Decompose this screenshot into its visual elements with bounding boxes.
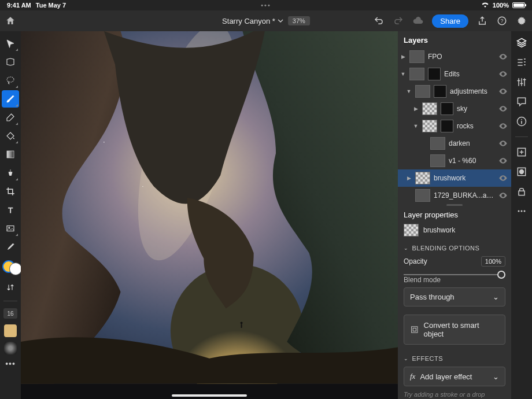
clone-stamp-tool[interactable] xyxy=(2,164,19,182)
layer-name[interactable]: darken xyxy=(449,139,495,147)
svg-point-35 xyxy=(521,210,523,212)
layer-row[interactable]: v1 - %60 xyxy=(398,152,511,169)
eraser-tool[interactable] xyxy=(2,109,19,126)
text-tool[interactable]: T xyxy=(2,201,19,219)
chevron-down-icon: ⌄ xyxy=(404,356,409,361)
svg-point-23 xyxy=(241,322,243,324)
layer-row[interactable]: ▼adjustments xyxy=(398,83,511,100)
svg-rect-29 xyxy=(521,121,522,124)
visibility-eye-icon[interactable] xyxy=(498,156,508,165)
transform-tool[interactable] xyxy=(2,53,19,71)
layer-name[interactable]: v1 - %60 xyxy=(449,157,495,165)
crop-tool[interactable] xyxy=(2,183,19,200)
eyedropper-tool[interactable] xyxy=(2,238,19,256)
color-swatches[interactable] xyxy=(2,259,19,278)
move-tool[interactable] xyxy=(2,35,19,52)
layer-mask-thumbnail[interactable] xyxy=(441,120,453,132)
layer-name[interactable]: Edits xyxy=(444,70,495,78)
share-button[interactable]: Share xyxy=(432,14,468,28)
canvas[interactable] xyxy=(21,31,398,399)
visibility-eye-icon[interactable] xyxy=(498,104,508,113)
brush-hardness-preview[interactable] xyxy=(4,342,17,354)
settings-gear-icon[interactable] xyxy=(516,15,527,27)
layer-mask-thumbnail[interactable] xyxy=(441,102,453,115)
svg-point-32 xyxy=(519,169,524,174)
blend-mode-dropdown[interactable]: Pass through ⌄ xyxy=(404,287,505,306)
disclosure-triangle-icon[interactable]: ▼ xyxy=(413,123,419,129)
layer-row[interactable]: 1729_BURKA...anced-NR33 xyxy=(398,187,511,204)
layer-name[interactable]: sky xyxy=(457,105,495,113)
background-color-swatch[interactable] xyxy=(9,263,22,275)
layer-row[interactable]: darken xyxy=(398,135,511,152)
mask-icon[interactable] xyxy=(515,165,529,179)
fill-tool[interactable] xyxy=(2,127,19,145)
layer-thumbnail[interactable] xyxy=(415,189,430,202)
ipad-home-indicator[interactable] xyxy=(172,394,247,397)
layer-row[interactable]: ▼Edits xyxy=(398,65,511,83)
disclosure-triangle-icon[interactable]: ▼ xyxy=(406,88,412,94)
layer-thumbnail[interactable] xyxy=(409,50,424,63)
more-options-icon[interactable] xyxy=(515,204,529,218)
blending-options-header[interactable]: ⌄ BLENDING OPTIONS xyxy=(398,240,511,254)
adjustments-icon[interactable] xyxy=(515,75,529,89)
redo-icon[interactable] xyxy=(393,15,404,27)
home-icon[interactable] xyxy=(5,15,16,27)
layer-mask-thumbnail[interactable] xyxy=(428,68,441,80)
layer-row[interactable]: ▼rocks xyxy=(398,117,511,135)
brush-color-preview[interactable] xyxy=(4,324,17,337)
layer-thumbnail[interactable] xyxy=(430,154,445,167)
gradient-tool[interactable] xyxy=(2,146,19,163)
place-image-tool[interactable] xyxy=(2,220,19,237)
visibility-eye-icon[interactable] xyxy=(498,173,508,183)
more-tools-icon[interactable]: ••• xyxy=(5,359,16,368)
layer-thumbnail[interactable] xyxy=(430,137,445,150)
visibility-eye-icon[interactable] xyxy=(498,191,508,200)
layer-name[interactable]: brushwork xyxy=(434,174,495,182)
layer-thumbnail[interactable] xyxy=(422,120,437,132)
svg-point-6 xyxy=(9,227,10,228)
layers-icon[interactable] xyxy=(515,36,529,50)
undo-icon[interactable] xyxy=(373,15,385,27)
effects-header[interactable]: ⌄ EFFECTS xyxy=(398,350,511,364)
layer-row[interactable]: ▶FPO xyxy=(398,48,511,65)
visibility-eye-icon[interactable] xyxy=(498,121,508,131)
help-icon[interactable]: ? xyxy=(496,15,508,27)
layer-row[interactable]: ▶sky xyxy=(398,100,511,117)
layer-mask-thumbnail[interactable] xyxy=(434,85,446,98)
disclosure-triangle-icon[interactable]: ▶ xyxy=(406,175,412,181)
layer-list: ▶FPO▼Edits▼adjustments▶sky▼rocksdarkenv1… xyxy=(398,48,511,204)
brush-tool[interactable] xyxy=(2,90,19,108)
layer-name[interactable]: adjustments xyxy=(450,87,495,95)
layer-thumbnail[interactable] xyxy=(422,102,437,115)
add-layer-icon[interactable] xyxy=(515,145,529,159)
swap-colors-icon[interactable] xyxy=(2,279,19,296)
layer-name[interactable]: rocks xyxy=(457,122,495,130)
layer-thumbnail[interactable] xyxy=(415,85,430,98)
disclosure-triangle-icon[interactable]: ▶ xyxy=(413,106,419,112)
layer-name[interactable]: 1729_BURKA...anced-NR33 xyxy=(434,191,495,200)
layer-name[interactable]: FPO xyxy=(428,53,495,61)
visibility-eye-icon[interactable] xyxy=(498,52,508,61)
convert-smart-object-button[interactable]: Convert to smart object xyxy=(404,315,505,345)
layer-properties-icon[interactable] xyxy=(515,56,529,69)
disclosure-triangle-icon[interactable]: ▼ xyxy=(400,71,406,77)
zoom-level[interactable]: 37% xyxy=(288,16,310,25)
multitask-ellipsis-icon[interactable]: ••• xyxy=(261,2,271,9)
visibility-eye-icon[interactable] xyxy=(498,69,508,79)
comments-icon[interactable] xyxy=(515,95,529,109)
cloud-sync-icon[interactable] xyxy=(412,15,424,27)
disclosure-triangle-icon[interactable]: ▶ xyxy=(400,54,406,60)
layer-thumbnail[interactable] xyxy=(415,172,430,184)
opacity-value[interactable]: 100% xyxy=(481,256,505,267)
info-icon[interactable] xyxy=(515,114,529,128)
add-layer-effect-button[interactable]: fx Add layer effect ⌄ xyxy=(404,367,505,386)
document-title-dropdown[interactable]: Starry Canyon * xyxy=(222,17,283,25)
visibility-eye-icon[interactable] xyxy=(498,139,508,148)
lock-icon[interactable] xyxy=(515,184,529,198)
layer-row[interactable]: ▶brushwork xyxy=(398,169,511,187)
visibility-eye-icon[interactable] xyxy=(498,87,508,96)
layer-thumbnail[interactable] xyxy=(409,68,424,80)
brush-size-value[interactable]: 16 xyxy=(3,308,17,319)
export-icon[interactable] xyxy=(476,15,488,27)
lasso-tool[interactable] xyxy=(2,72,19,89)
